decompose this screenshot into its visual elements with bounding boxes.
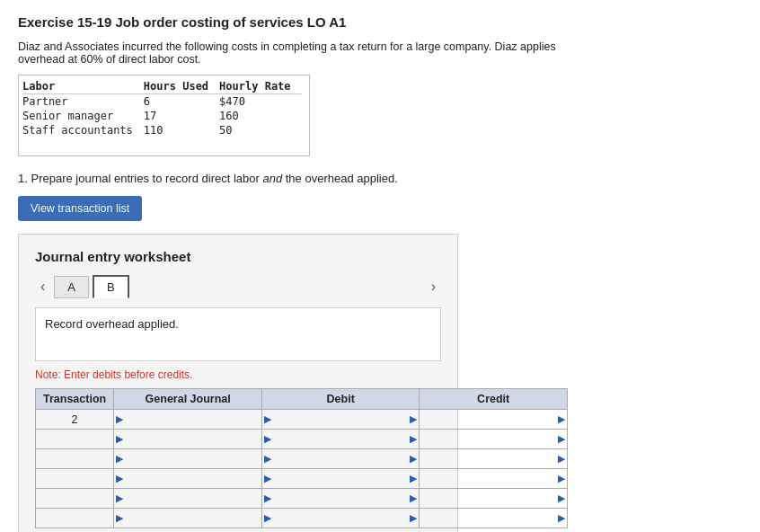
credit-input[interactable] xyxy=(420,433,558,446)
table-row: 2▶▶▶▶ xyxy=(36,410,568,430)
labor-table-cell: Staff accountants xyxy=(22,123,144,137)
prev-tab-chevron[interactable]: ‹ xyxy=(35,277,50,297)
general-journal-cell[interactable]: ▶ xyxy=(114,469,262,489)
cell-arrow-right: ▶ xyxy=(558,492,565,504)
table-row: ▶▶▶▶ xyxy=(36,449,568,469)
credit-cell[interactable]: ▶ xyxy=(420,449,568,469)
tab-a[interactable]: A xyxy=(54,276,89,298)
col-header-debit: Debit xyxy=(262,389,420,410)
note-text: Note: Enter debits before credits. xyxy=(35,368,441,381)
debit-cell[interactable]: ▶▶ xyxy=(262,469,420,489)
cell-arrow-left: ▶ xyxy=(116,413,123,425)
question-text-after: the overhead applied. xyxy=(282,172,398,185)
debit-cell[interactable]: ▶▶ xyxy=(262,449,420,469)
general-journal-input[interactable] xyxy=(123,492,261,505)
cell-arrow-left: ▶ xyxy=(116,433,123,445)
cell-arrow-right: ▶ xyxy=(558,433,565,445)
labor-table-cell: Partner xyxy=(22,94,144,110)
credit-cell[interactable]: ▶ xyxy=(420,469,568,489)
credit-cell[interactable]: ▶ xyxy=(420,489,568,509)
cell-arrow-left: ▶ xyxy=(264,492,271,504)
table-row: ▶▶▶▶ xyxy=(36,430,568,449)
cell-arrow-left: ▶ xyxy=(264,453,271,465)
table-row: ▶▶▶▶ xyxy=(36,469,568,489)
description-box: Record overhead applied. xyxy=(35,307,441,361)
labor-table-cell: 17 xyxy=(144,109,219,123)
journal-table: Transaction General Journal Debit Credit… xyxy=(35,388,568,528)
debit-input[interactable] xyxy=(271,433,410,446)
labor-col-header: Labor xyxy=(22,79,144,94)
general-journal-input[interactable] xyxy=(123,433,261,446)
credit-input[interactable] xyxy=(420,473,558,485)
transaction-cell: 2 xyxy=(36,410,114,430)
debit-input[interactable] xyxy=(271,473,410,485)
labor-table-cell: 50 xyxy=(219,123,301,137)
cell-arrow-left: ▶ xyxy=(116,512,123,524)
cell-arrow-right: ▶ xyxy=(410,433,417,445)
rate-col-header: Hourly Rate xyxy=(219,79,301,94)
debit-cell[interactable]: ▶▶ xyxy=(262,430,420,449)
general-journal-input[interactable] xyxy=(123,473,261,485)
cell-arrow-left: ▶ xyxy=(264,433,271,445)
next-tab-chevron[interactable]: › xyxy=(426,277,441,297)
debit-cell[interactable]: ▶▶ xyxy=(262,509,420,528)
general-journal-cell[interactable]: ▶ xyxy=(114,449,262,469)
page-title: Exercise 15-19 Job order costing of serv… xyxy=(18,14,742,30)
description-text: Record overhead applied. xyxy=(45,317,179,331)
transaction-cell xyxy=(36,489,114,509)
labor-table-cell: 160 xyxy=(219,109,301,123)
cell-arrow-right: ▶ xyxy=(558,453,565,465)
table-row: ▶▶▶▶ xyxy=(36,509,568,528)
worksheet-title: Journal entry worksheet xyxy=(35,249,441,264)
question-text-before: Prepare journal entries to record direct… xyxy=(31,172,262,185)
debit-input[interactable] xyxy=(271,413,410,426)
transaction-cell xyxy=(36,469,114,489)
debit-cell[interactable]: ▶▶ xyxy=(262,489,420,509)
labor-table-cell: $470 xyxy=(219,94,301,110)
cell-arrow-right: ▶ xyxy=(558,473,565,484)
cell-arrow-right: ▶ xyxy=(410,413,417,425)
general-journal-cell[interactable]: ▶ xyxy=(114,489,262,509)
transaction-cell xyxy=(36,430,114,449)
debit-input[interactable] xyxy=(271,492,410,505)
tabs-row: ‹ A B › xyxy=(35,275,441,298)
credit-input[interactable] xyxy=(420,453,558,466)
credit-input[interactable] xyxy=(420,512,558,525)
cell-arrow-left: ▶ xyxy=(116,453,123,465)
labor-table-cell: Senior manager xyxy=(22,109,144,123)
question-text: 1. Prepare journal entries to record dir… xyxy=(18,172,742,185)
cell-arrow-left: ▶ xyxy=(116,492,123,504)
question-italic: and xyxy=(262,172,282,185)
cell-arrow-right: ▶ xyxy=(410,492,417,504)
cell-arrow-right: ▶ xyxy=(410,512,417,524)
cell-arrow-left: ▶ xyxy=(264,413,271,425)
credit-input[interactable] xyxy=(420,413,558,426)
cell-arrow-right: ▶ xyxy=(410,453,417,465)
labor-table-cell: 6 xyxy=(144,94,219,110)
col-header-transaction: Transaction xyxy=(36,389,114,410)
cell-arrow-left: ▶ xyxy=(116,473,123,484)
credit-cell[interactable]: ▶ xyxy=(420,410,568,430)
debit-input[interactable] xyxy=(271,453,410,466)
general-journal-input[interactable] xyxy=(123,453,261,466)
general-journal-input[interactable] xyxy=(123,512,261,525)
col-header-general: General Journal xyxy=(114,389,262,410)
transaction-cell xyxy=(36,509,114,528)
cell-arrow-right: ▶ xyxy=(410,473,417,484)
credit-cell[interactable]: ▶ xyxy=(420,430,568,449)
debit-cell[interactable]: ▶▶ xyxy=(262,410,420,430)
general-journal-cell[interactable]: ▶ xyxy=(114,430,262,449)
labor-table-cell: 110 xyxy=(144,123,219,137)
debit-input[interactable] xyxy=(271,512,410,525)
col-header-credit: Credit xyxy=(420,389,568,410)
labor-table: Labor Hours Used Hourly Rate Partner6$47… xyxy=(22,79,302,137)
general-journal-input[interactable] xyxy=(123,413,261,426)
view-transaction-button[interactable]: View transaction list xyxy=(18,196,142,221)
credit-cell[interactable]: ▶ xyxy=(420,509,568,528)
general-journal-cell[interactable]: ▶ xyxy=(114,509,262,528)
credit-input[interactable] xyxy=(420,492,558,505)
cell-arrow-right: ▶ xyxy=(558,512,565,524)
tab-b[interactable]: B xyxy=(93,275,129,298)
question-number: 1. xyxy=(18,172,28,185)
general-journal-cell[interactable]: ▶ xyxy=(114,410,262,430)
